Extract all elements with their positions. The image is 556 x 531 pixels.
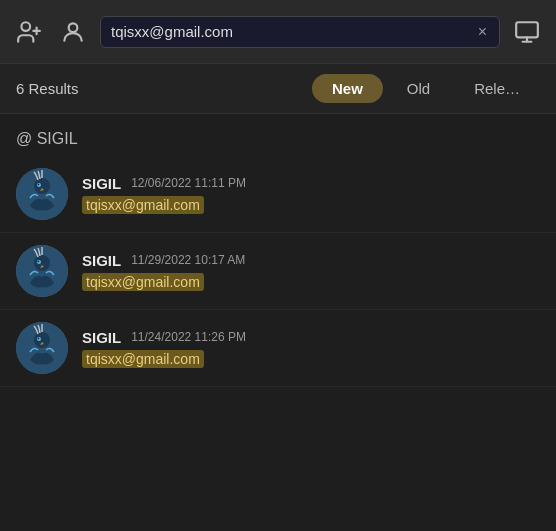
timestamp: 11/24/2022 11:26 PM	[131, 330, 246, 344]
filter-tabs: New Old Rele…	[312, 74, 540, 103]
svg-point-3	[69, 23, 78, 32]
tab-old[interactable]: Old	[387, 74, 450, 103]
top-bar: ×	[0, 0, 556, 64]
results-count: 6 Results	[16, 80, 296, 97]
svg-point-12	[38, 261, 40, 263]
result-list: SIGIL 12/06/2022 11:11 PM tqisxx@gmail.c…	[0, 156, 556, 387]
item-header: SIGIL 11/24/2022 11:26 PM	[82, 329, 540, 346]
email-match: tqisxx@gmail.com	[82, 350, 540, 368]
svg-point-10	[34, 255, 50, 271]
section-label: @ SIGIL	[0, 114, 556, 156]
add-user-button[interactable]	[12, 15, 46, 49]
svg-point-8	[38, 184, 40, 186]
item-header: SIGIL 12/06/2022 11:11 PM	[82, 175, 540, 192]
result-item[interactable]: SIGIL 11/24/2022 11:26 PM tqisxx@gmail.c…	[0, 310, 556, 387]
clear-icon: ×	[478, 23, 487, 41]
item-content: SIGIL 11/24/2022 11:26 PM tqisxx@gmail.c…	[82, 329, 540, 368]
avatar	[16, 168, 68, 220]
messages-button[interactable]	[510, 15, 544, 49]
search-input[interactable]	[111, 23, 468, 40]
svg-point-16	[38, 338, 40, 340]
timestamp: 11/29/2022 10:17 AM	[131, 253, 245, 267]
filter-bar: 6 Results New Old Rele…	[0, 64, 556, 114]
result-item[interactable]: SIGIL 12/06/2022 11:11 PM tqisxx@gmail.c…	[0, 156, 556, 233]
username: SIGIL	[82, 329, 121, 346]
search-bar: ×	[100, 16, 500, 48]
email-match: tqisxx@gmail.com	[82, 273, 540, 291]
result-item[interactable]: SIGIL 11/29/2022 10:17 AM tqisxx@gmail.c…	[0, 233, 556, 310]
username: SIGIL	[82, 175, 121, 192]
email-highlight: tqisxx@gmail.com	[82, 196, 204, 214]
item-header: SIGIL 11/29/2022 10:17 AM	[82, 252, 540, 269]
email-highlight: tqisxx@gmail.com	[82, 350, 204, 368]
svg-rect-4	[516, 22, 538, 37]
username: SIGIL	[82, 252, 121, 269]
timestamp: 12/06/2022 11:11 PM	[131, 176, 246, 190]
profile-button[interactable]	[56, 15, 90, 49]
svg-point-6	[34, 178, 50, 194]
email-match: tqisxx@gmail.com	[82, 196, 540, 214]
svg-point-14	[34, 332, 50, 348]
tab-relevant[interactable]: Rele…	[454, 74, 540, 103]
item-content: SIGIL 11/29/2022 10:17 AM tqisxx@gmail.c…	[82, 252, 540, 291]
avatar	[16, 322, 68, 374]
tab-new[interactable]: New	[312, 74, 383, 103]
item-content: SIGIL 12/06/2022 11:11 PM tqisxx@gmail.c…	[82, 175, 540, 214]
clear-search-button[interactable]: ×	[476, 23, 489, 41]
email-highlight: tqisxx@gmail.com	[82, 273, 204, 291]
svg-point-0	[21, 22, 30, 31]
avatar	[16, 245, 68, 297]
